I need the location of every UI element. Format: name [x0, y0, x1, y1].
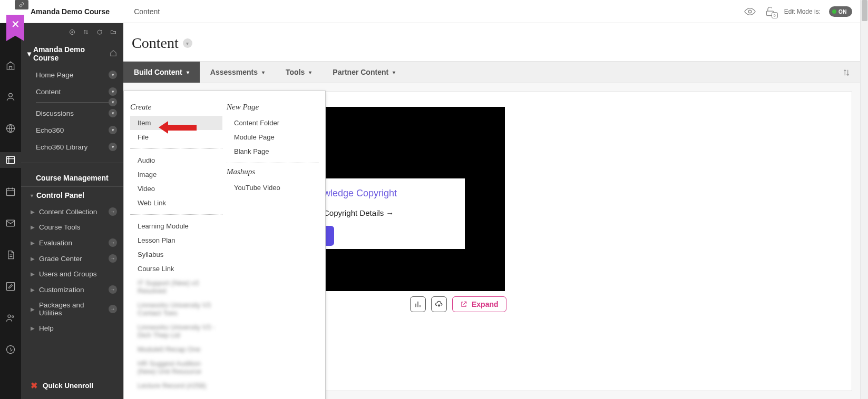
- chevron-down-icon[interactable]: ▾: [109, 87, 117, 96]
- dd-lesson-plan[interactable]: Lesson Plan: [130, 233, 222, 247]
- dd-blurred[interactable]: Linnworks University V3 - Dich Thep Ltd: [130, 320, 222, 342]
- video-card: wledge Copyright Copyright Details→: [314, 178, 465, 249]
- refresh-icon[interactable]: [96, 28, 103, 36]
- dd-video[interactable]: Video: [130, 182, 222, 196]
- action-bar: Build Content▾ Assessments▾ Tools▾ Partn…: [123, 61, 860, 83]
- triangle-icon: ▶: [31, 256, 35, 262]
- go-icon[interactable]: →: [109, 305, 117, 313]
- folder-icon[interactable]: [110, 28, 117, 36]
- nav-echo360-library[interactable]: Echo360 Library▾: [21, 138, 123, 155]
- quick-unenroll[interactable]: ✖ Quick Unenroll: [21, 372, 123, 399]
- mgmt-customization[interactable]: ▶Customization→: [21, 282, 123, 297]
- lock-icon[interactable]: 0: [764, 6, 776, 17]
- video-card-sub[interactable]: Copyright Details→: [324, 208, 455, 217]
- page-title-menu-icon[interactable]: ▾: [183, 38, 192, 48]
- dd-audio[interactable]: Audio: [130, 153, 222, 167]
- expand-button[interactable]: Expand: [452, 296, 506, 312]
- reorder-icon[interactable]: [82, 28, 90, 36]
- nav-label: Home Page: [36, 71, 73, 79]
- dd-blurred[interactable]: Lecture Record (#258): [130, 378, 222, 393]
- rail-courses-icon[interactable]: [0, 152, 21, 168]
- nav-echo360[interactable]: Echo360▾: [21, 122, 123, 138]
- go-icon[interactable]: →: [109, 207, 117, 216]
- dd-module-page[interactable]: Module Page: [227, 130, 319, 144]
- chevron-down-icon[interactable]: ▾: [109, 71, 117, 79]
- dropdown-separator: [130, 214, 222, 215]
- mgmt-content-collection[interactable]: ▶Content Collection→: [21, 204, 123, 220]
- go-icon[interactable]: →: [109, 238, 117, 247]
- breadcrumb-page[interactable]: Content: [134, 7, 160, 16]
- go-icon[interactable]: →: [109, 285, 117, 294]
- rail-globe-icon[interactable]: [0, 121, 21, 136]
- nav-content[interactable]: Content▾: [21, 83, 123, 100]
- dd-web-link[interactable]: Web Link: [130, 196, 222, 210]
- dd-blurred[interactable]: Module0 Recap One: [130, 342, 222, 356]
- tab-label: Partner Content: [333, 68, 388, 76]
- dd-blurred[interactable]: IT Support (New) v3 Resolved: [130, 276, 222, 298]
- mgmt-course-tools[interactable]: ▶Course Tools: [21, 220, 123, 235]
- chevron-down-icon[interactable]: ▾: [109, 143, 117, 151]
- rail-institution-icon[interactable]: [0, 57, 21, 73]
- rail-calendar-icon[interactable]: [0, 184, 21, 200]
- chevron-down-icon[interactable]: ▾: [109, 109, 117, 117]
- svg-point-9: [12, 316, 14, 317]
- nav-home-page[interactable]: Home Page▾: [21, 66, 123, 83]
- sidebar-course-title: Amanda Demo Course: [33, 45, 110, 62]
- mgmt-label: Grade Center: [39, 255, 82, 263]
- rail-messages-icon[interactable]: [0, 215, 21, 231]
- dd-image[interactable]: Image: [130, 167, 222, 182]
- dd-learning-module[interactable]: Learning Module: [130, 219, 222, 233]
- dd-youtube-video[interactable]: YouTube Video: [227, 181, 319, 195]
- nav-discussions[interactable]: Discussions▾: [21, 105, 123, 122]
- edit-mode-toggle[interactable]: ON: [829, 6, 852, 17]
- mgmt-grade-center[interactable]: ▶Grade Center→: [21, 251, 123, 266]
- add-icon[interactable]: [69, 28, 76, 36]
- triangle-icon: ▶: [31, 306, 35, 312]
- rail-signout-icon[interactable]: [0, 342, 21, 357]
- chevron-down-icon[interactable]: ▾: [109, 98, 117, 106]
- dd-syllabus[interactable]: Syllabus: [130, 247, 222, 262]
- mgmt-users-groups[interactable]: ▶Users and Groups: [21, 266, 123, 282]
- nav-label: Echo360 Library: [36, 143, 87, 151]
- tab-tools[interactable]: Tools▾: [275, 62, 322, 83]
- home-icon[interactable]: [110, 49, 117, 58]
- control-panel-head[interactable]: ▾ Control Panel: [21, 186, 123, 204]
- rail-edit-icon[interactable]: [0, 278, 21, 294]
- tab-partner-content[interactable]: Partner Content▾: [322, 62, 406, 83]
- dropdown-head-newpage: New Page: [227, 103, 319, 112]
- rail-assist-icon[interactable]: [0, 310, 21, 326]
- page-scrollbar[interactable]: [860, 0, 868, 399]
- close-course-tab[interactable]: ✕: [6, 15, 24, 36]
- breadcrumb-course[interactable]: Amanda Demo Course: [31, 7, 110, 16]
- svg-point-0: [748, 10, 752, 13]
- dd-course-link[interactable]: Course Link: [130, 262, 222, 276]
- sidebar-icon-row: [21, 23, 123, 41]
- dd-blank-page[interactable]: Blank Page: [227, 144, 319, 158]
- rail-document-icon[interactable]: [0, 247, 21, 263]
- sort-icon[interactable]: [842, 62, 851, 84]
- sidebar-course-head[interactable]: ▾ Amanda Demo Course: [21, 41, 123, 66]
- dd-blurred[interactable]: HR Suggest Audition (New) Unit Resource: [130, 356, 222, 378]
- preview-icon[interactable]: [744, 6, 756, 17]
- lock-count: 0: [772, 12, 778, 18]
- cloud-download-icon[interactable]: [431, 296, 447, 312]
- mgmt-evaluation[interactable]: ▶Evaluation→: [21, 235, 123, 251]
- tab-assessments[interactable]: Assessments▾: [200, 62, 275, 83]
- dd-blurred[interactable]: Linnworks University V3 Contact Toes: [130, 298, 222, 320]
- go-icon[interactable]: →: [109, 254, 117, 263]
- scrollbar-thumb[interactable]: [862, 0, 867, 21]
- nav-label: Echo360: [36, 126, 64, 134]
- link-icon[interactable]: [15, 0, 28, 9]
- rail-profile-icon[interactable]: [0, 89, 21, 105]
- stats-icon[interactable]: [410, 296, 426, 312]
- expand-label: Expand: [472, 300, 499, 308]
- dd-content-folder[interactable]: Content Folder: [227, 116, 319, 130]
- mgmt-packages-utilities[interactable]: ▶Packages and Utilities→: [21, 297, 123, 321]
- chevron-down-icon: ▾: [262, 69, 265, 75]
- svg-rect-6: [7, 220, 15, 226]
- chevron-down-icon[interactable]: ▾: [109, 126, 117, 134]
- tab-build-content[interactable]: Build Content▾: [123, 62, 200, 83]
- triangle-icon: ▶: [31, 271, 35, 277]
- mgmt-help[interactable]: ▶Help: [21, 321, 123, 336]
- close-icon: ✕: [11, 18, 20, 31]
